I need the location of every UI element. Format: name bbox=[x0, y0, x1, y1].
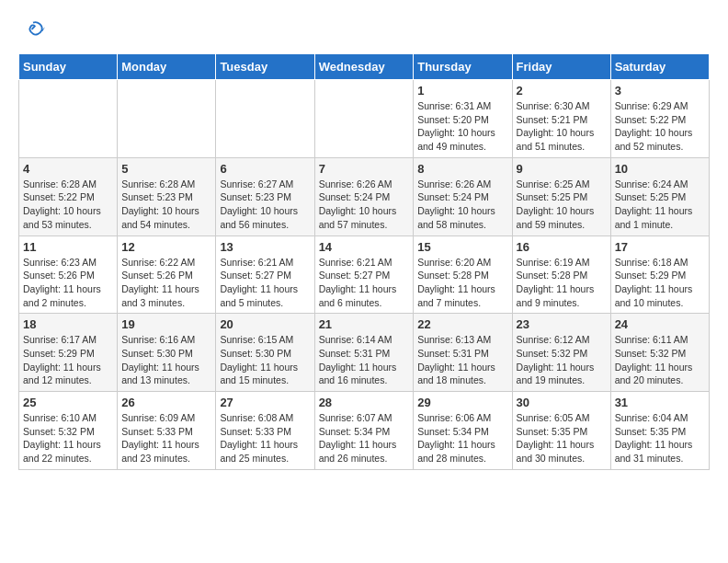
calendar-cell bbox=[216, 80, 314, 158]
calendar-cell: 2Sunrise: 6:30 AMSunset: 5:21 PMDaylight… bbox=[512, 80, 610, 158]
day-info: Sunrise: 6:04 AMSunset: 5:35 PMDaylight:… bbox=[615, 411, 705, 465]
column-header-tuesday: Tuesday bbox=[216, 54, 314, 80]
calendar-cell bbox=[314, 80, 414, 158]
calendar-cell: 1Sunrise: 6:31 AMSunset: 5:20 PMDaylight… bbox=[414, 80, 512, 158]
day-number: 17 bbox=[615, 240, 705, 254]
calendar-cell: 15Sunrise: 6:20 AMSunset: 5:28 PMDayligh… bbox=[414, 236, 512, 314]
day-info: Sunrise: 6:28 AMSunset: 5:22 PMDaylight:… bbox=[23, 178, 113, 232]
column-header-thursday: Thursday bbox=[414, 54, 512, 80]
calendar-cell: 18Sunrise: 6:17 AMSunset: 5:29 PMDayligh… bbox=[19, 314, 118, 392]
day-number: 8 bbox=[417, 162, 507, 176]
column-header-saturday: Saturday bbox=[610, 54, 709, 80]
day-number: 25 bbox=[23, 396, 113, 409]
day-info: Sunrise: 6:20 AMSunset: 5:28 PMDaylight:… bbox=[417, 256, 507, 310]
day-info: Sunrise: 6:24 AMSunset: 5:25 PMDaylight:… bbox=[615, 178, 705, 232]
day-number: 23 bbox=[517, 317, 607, 331]
day-info: Sunrise: 6:13 AMSunset: 5:31 PMDaylight:… bbox=[417, 333, 507, 387]
calendar-cell: 9Sunrise: 6:25 AMSunset: 5:25 PMDaylight… bbox=[512, 157, 610, 236]
day-info: Sunrise: 6:11 AMSunset: 5:32 PMDaylight:… bbox=[615, 333, 705, 387]
calendar-cell: 27Sunrise: 6:08 AMSunset: 5:33 PMDayligh… bbox=[216, 392, 314, 470]
calendar-cell: 25Sunrise: 6:10 AMSunset: 5:32 PMDayligh… bbox=[19, 392, 118, 470]
calendar-week-row: 11Sunrise: 6:23 AMSunset: 5:26 PMDayligh… bbox=[19, 236, 710, 314]
calendar-cell bbox=[118, 80, 216, 158]
calendar-week-row: 4Sunrise: 6:28 AMSunset: 5:22 PMDaylight… bbox=[19, 157, 710, 236]
day-number: 12 bbox=[121, 240, 211, 254]
column-header-friday: Friday bbox=[512, 54, 610, 80]
day-info: Sunrise: 6:21 AMSunset: 5:27 PMDaylight:… bbox=[319, 256, 410, 310]
calendar-cell bbox=[19, 80, 118, 158]
calendar-cell: 26Sunrise: 6:09 AMSunset: 5:33 PMDayligh… bbox=[118, 392, 216, 470]
day-info: Sunrise: 6:10 AMSunset: 5:32 PMDaylight:… bbox=[23, 411, 113, 465]
column-header-sunday: Sunday bbox=[19, 54, 118, 80]
calendar-cell: 29Sunrise: 6:06 AMSunset: 5:34 PMDayligh… bbox=[414, 392, 512, 470]
calendar-cell: 30Sunrise: 6:05 AMSunset: 5:35 PMDayligh… bbox=[512, 392, 610, 470]
logo-bird-icon bbox=[20, 18, 46, 44]
calendar-cell: 14Sunrise: 6:21 AMSunset: 5:27 PMDayligh… bbox=[314, 236, 414, 314]
day-info: Sunrise: 6:12 AMSunset: 5:32 PMDaylight:… bbox=[517, 333, 607, 387]
day-info: Sunrise: 6:30 AMSunset: 5:21 PMDaylight:… bbox=[517, 99, 607, 154]
day-info: Sunrise: 6:14 AMSunset: 5:31 PMDaylight:… bbox=[319, 333, 410, 387]
day-info: Sunrise: 6:08 AMSunset: 5:33 PMDaylight:… bbox=[220, 411, 310, 465]
column-header-monday: Monday bbox=[118, 54, 216, 80]
calendar-cell: 4Sunrise: 6:28 AMSunset: 5:22 PMDaylight… bbox=[19, 157, 118, 236]
calendar-cell: 12Sunrise: 6:22 AMSunset: 5:26 PMDayligh… bbox=[118, 236, 216, 314]
calendar-cell: 22Sunrise: 6:13 AMSunset: 5:31 PMDayligh… bbox=[414, 314, 512, 392]
calendar-cell: 20Sunrise: 6:15 AMSunset: 5:30 PMDayligh… bbox=[216, 314, 314, 392]
day-number: 24 bbox=[615, 317, 705, 331]
day-info: Sunrise: 6:31 AMSunset: 5:20 PMDaylight:… bbox=[417, 99, 507, 154]
calendar-cell: 8Sunrise: 6:26 AMSunset: 5:24 PMDaylight… bbox=[414, 157, 512, 236]
calendar-cell: 10Sunrise: 6:24 AMSunset: 5:25 PMDayligh… bbox=[610, 157, 709, 236]
day-info: Sunrise: 6:15 AMSunset: 5:30 PMDaylight:… bbox=[220, 333, 310, 387]
day-info: Sunrise: 6:22 AMSunset: 5:26 PMDaylight:… bbox=[121, 256, 211, 310]
day-number: 15 bbox=[417, 240, 507, 254]
calendar-cell: 28Sunrise: 6:07 AMSunset: 5:34 PMDayligh… bbox=[314, 392, 414, 470]
calendar-table: SundayMondayTuesdayWednesdayThursdayFrid… bbox=[18, 53, 710, 470]
calendar-cell: 17Sunrise: 6:18 AMSunset: 5:29 PMDayligh… bbox=[610, 236, 709, 314]
day-number: 11 bbox=[23, 240, 113, 254]
day-number: 10 bbox=[615, 162, 705, 176]
day-info: Sunrise: 6:23 AMSunset: 5:26 PMDaylight:… bbox=[23, 256, 113, 310]
day-number: 27 bbox=[220, 396, 310, 409]
calendar-cell: 24Sunrise: 6:11 AMSunset: 5:32 PMDayligh… bbox=[610, 314, 709, 392]
day-number: 9 bbox=[517, 162, 607, 176]
day-info: Sunrise: 6:16 AMSunset: 5:30 PMDaylight:… bbox=[121, 333, 211, 387]
day-number: 30 bbox=[517, 396, 607, 409]
page-header bbox=[18, 18, 710, 44]
day-info: Sunrise: 6:26 AMSunset: 5:24 PMDaylight:… bbox=[319, 178, 410, 232]
calendar-cell: 23Sunrise: 6:12 AMSunset: 5:32 PMDayligh… bbox=[512, 314, 610, 392]
day-number: 7 bbox=[319, 162, 410, 176]
calendar-cell: 19Sunrise: 6:16 AMSunset: 5:30 PMDayligh… bbox=[118, 314, 216, 392]
day-number: 3 bbox=[615, 84, 705, 98]
day-number: 16 bbox=[517, 240, 607, 254]
day-info: Sunrise: 6:29 AMSunset: 5:22 PMDaylight:… bbox=[615, 99, 705, 154]
calendar-cell: 7Sunrise: 6:26 AMSunset: 5:24 PMDaylight… bbox=[314, 157, 414, 236]
day-number: 6 bbox=[220, 162, 310, 176]
day-number: 2 bbox=[517, 84, 607, 98]
day-info: Sunrise: 6:07 AMSunset: 5:34 PMDaylight:… bbox=[319, 411, 410, 465]
day-info: Sunrise: 6:26 AMSunset: 5:24 PMDaylight:… bbox=[417, 178, 507, 232]
calendar-cell: 6Sunrise: 6:27 AMSunset: 5:23 PMDaylight… bbox=[216, 157, 314, 236]
day-info: Sunrise: 6:18 AMSunset: 5:29 PMDaylight:… bbox=[615, 256, 705, 310]
day-info: Sunrise: 6:09 AMSunset: 5:33 PMDaylight:… bbox=[121, 411, 211, 465]
calendar-cell: 31Sunrise: 6:04 AMSunset: 5:35 PMDayligh… bbox=[610, 392, 709, 470]
calendar-cell: 16Sunrise: 6:19 AMSunset: 5:28 PMDayligh… bbox=[512, 236, 610, 314]
calendar-cell: 13Sunrise: 6:21 AMSunset: 5:27 PMDayligh… bbox=[216, 236, 314, 314]
day-info: Sunrise: 6:21 AMSunset: 5:27 PMDaylight:… bbox=[220, 256, 310, 310]
day-info: Sunrise: 6:28 AMSunset: 5:23 PMDaylight:… bbox=[121, 178, 211, 232]
day-number: 14 bbox=[319, 240, 410, 254]
day-number: 4 bbox=[23, 162, 113, 176]
day-number: 22 bbox=[417, 317, 507, 331]
day-number: 26 bbox=[121, 396, 211, 409]
day-number: 19 bbox=[121, 317, 211, 331]
calendar-cell: 21Sunrise: 6:14 AMSunset: 5:31 PMDayligh… bbox=[314, 314, 414, 392]
calendar-cell: 3Sunrise: 6:29 AMSunset: 5:22 PMDaylight… bbox=[610, 80, 709, 158]
day-info: Sunrise: 6:06 AMSunset: 5:34 PMDaylight:… bbox=[417, 411, 507, 465]
day-number: 13 bbox=[220, 240, 310, 254]
day-number: 29 bbox=[417, 396, 507, 409]
day-info: Sunrise: 6:27 AMSunset: 5:23 PMDaylight:… bbox=[220, 178, 310, 232]
column-header-wednesday: Wednesday bbox=[314, 54, 414, 80]
calendar-week-row: 25Sunrise: 6:10 AMSunset: 5:32 PMDayligh… bbox=[19, 392, 710, 470]
day-number: 21 bbox=[319, 317, 410, 331]
day-number: 5 bbox=[121, 162, 211, 176]
calendar-week-row: 18Sunrise: 6:17 AMSunset: 5:29 PMDayligh… bbox=[19, 314, 710, 392]
